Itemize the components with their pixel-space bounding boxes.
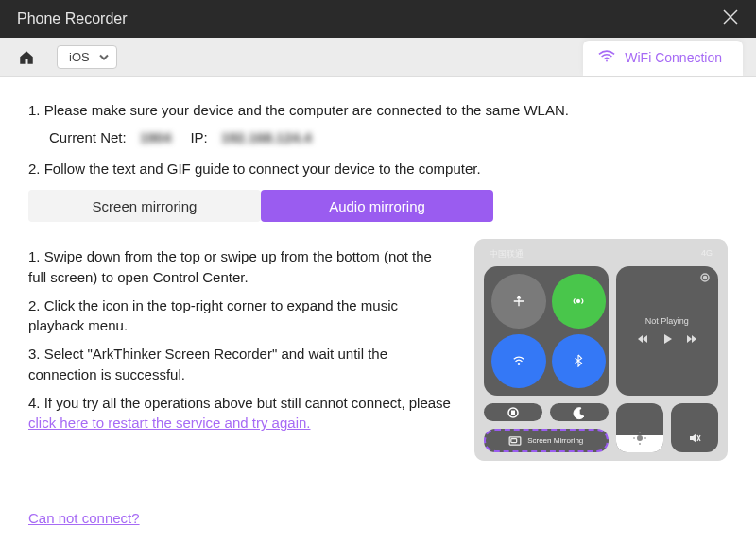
app-title: Phone Recorder <box>17 10 128 27</box>
instruction-1: 1. Please make sure your device and the … <box>28 100 728 120</box>
airplane-icon <box>491 274 546 329</box>
phone-status-bar: 中国联通 4G <box>484 248 718 266</box>
signal-label: 4G <box>701 248 713 261</box>
control-center-preview: 中国联通 4G Not Playing <box>474 239 728 461</box>
play-icon <box>662 333 673 347</box>
svg-point-11 <box>637 435 643 441</box>
svg-point-2 <box>606 59 608 61</box>
toolbar: iOS WiFi Connection <box>0 38 756 77</box>
os-select-value: iOS <box>69 50 90 64</box>
ip-label: IP: <box>190 129 207 145</box>
screen-mirroring-label: Screen Mirroring <box>527 436 583 445</box>
carrier-label: 中国联通 <box>490 248 524 261</box>
ip-value: 192.168.124.4 <box>221 129 312 145</box>
restart-service-link[interactable]: click here to restart the service and tr… <box>28 415 310 431</box>
not-playing-label: Not Playing <box>645 316 689 326</box>
cannot-connect-link[interactable]: Can not connect? <box>28 510 140 526</box>
wifi-tab-label: WiFi Connection <box>625 50 722 65</box>
svg-rect-10 <box>511 438 517 442</box>
prev-icon <box>637 333 648 347</box>
instruction-2: 2. Follow the text and GIF guide to conn… <box>28 159 728 178</box>
os-select[interactable]: iOS <box>57 45 117 69</box>
current-net-value: 1904 <box>140 129 171 145</box>
guide-step-2: 2. Click the icon in the top-right corne… <box>28 296 452 337</box>
screen-mirroring-button: Screen Mirroring <box>484 429 609 452</box>
orientation-lock-icon <box>484 403 542 421</box>
guide-step-3: 3. Select "ArkThinker Screen Recorder" a… <box>28 344 452 385</box>
guide-steps: 1. Swipe down from the top or swipe up f… <box>28 239 452 461</box>
cellular-icon <box>552 274 607 329</box>
wifi-icon <box>598 50 615 66</box>
music-panel: Not Playing <box>616 266 719 396</box>
guide-step-4: 4. If you try all the operations above b… <box>28 393 452 434</box>
svg-point-6 <box>704 277 707 279</box>
tab-screen-mirroring[interactable]: Screen mirroring <box>28 190 261 222</box>
do-not-disturb-icon <box>550 403 609 421</box>
wifi-toggle-icon <box>491 334 546 389</box>
wifi-connection-tab[interactable]: WiFi Connection <box>583 41 743 76</box>
bluetooth-icon <box>552 334 607 389</box>
network-info: Current Net: 1904 IP: 192.168.124.4 <box>49 129 728 145</box>
tab-audio-mirroring[interactable]: Audio mirroring <box>261 190 493 222</box>
next-icon <box>686 333 697 347</box>
current-net-label: Current Net: <box>49 129 127 145</box>
chevron-down-icon <box>99 50 109 64</box>
expand-music-icon <box>699 272 711 283</box>
guide-step-1: 1. Swipe down from the top or swipe up f… <box>28 246 452 288</box>
titlebar: Phone Recorder <box>0 0 756 38</box>
brightness-slider <box>616 403 663 452</box>
content: 1. Please make sure your device and the … <box>0 77 756 461</box>
footer: Can not connect? <box>28 510 140 527</box>
connectivity-panel <box>484 266 609 396</box>
svg-point-3 <box>577 299 581 303</box>
svg-point-4 <box>518 364 520 365</box>
volume-slider <box>671 403 718 452</box>
close-icon[interactable] <box>722 8 739 29</box>
home-button[interactable] <box>13 44 40 71</box>
svg-rect-8 <box>511 411 514 415</box>
mirroring-tabs: Screen mirroring Audio mirroring <box>28 190 728 222</box>
